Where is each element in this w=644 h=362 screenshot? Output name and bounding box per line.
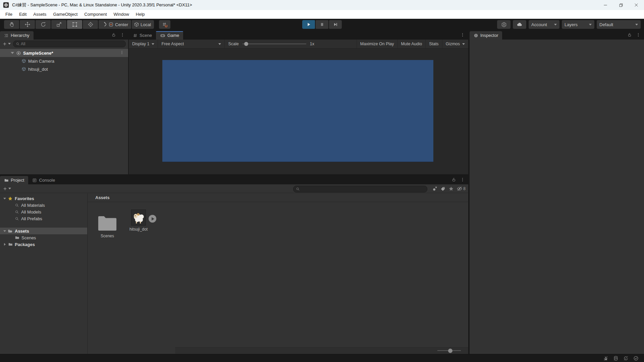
tab-game[interactable]: Game bbox=[156, 31, 183, 40]
project-create-button[interactable] bbox=[3, 186, 11, 191]
zoom-slider-knob[interactable] bbox=[448, 349, 452, 353]
tree-row-favorites[interactable]: Favorites bbox=[0, 195, 87, 202]
stats-toggle[interactable]: Stats bbox=[425, 40, 442, 48]
auto-refresh-disabled-icon[interactable] bbox=[622, 355, 630, 362]
tab-scene[interactable]: Scene bbox=[129, 31, 156, 40]
project-folder-tree: Favorites All Materials All Models bbox=[0, 193, 87, 354]
tree-row-scenes[interactable]: Scenes bbox=[0, 234, 87, 241]
tree-row-scene[interactable]: SampleScene* bbox=[0, 49, 128, 57]
chevron-down-icon bbox=[589, 24, 592, 25]
progress-check-icon[interactable] bbox=[632, 355, 640, 362]
unity-editor-window: C#練習 - SampleScene - PC, Mac & Linux Sta… bbox=[0, 0, 644, 362]
cache-server-disabled-icon[interactable] bbox=[612, 355, 620, 362]
pause-button[interactable] bbox=[316, 20, 328, 29]
tree-row-main-camera[interactable]: Main Camera bbox=[0, 57, 128, 65]
thumbnail-zoom-slider[interactable] bbox=[437, 350, 461, 351]
tab-hierarchy[interactable]: Hierarchy bbox=[0, 31, 34, 40]
console-icon bbox=[32, 178, 37, 183]
move-tool-button[interactable] bbox=[20, 20, 35, 29]
account-dropdown[interactable]: Account bbox=[529, 20, 559, 29]
transform-tool-button[interactable] bbox=[83, 20, 98, 29]
layout-dropdown[interactable]: Default bbox=[597, 20, 641, 29]
asset-item-scenes[interactable]: Scenes bbox=[96, 214, 118, 238]
kebab-menu-icon[interactable] bbox=[460, 177, 465, 182]
hand-tool-button[interactable] bbox=[4, 20, 19, 29]
tree-row-all-prefabs[interactable]: All Prefabs bbox=[0, 215, 87, 222]
tab-project[interactable]: Project bbox=[0, 176, 28, 184]
tree-row-all-models[interactable]: All Models bbox=[0, 208, 87, 215]
window-titlebar: C#練習 - SampleScene - PC, Mac & Linux Sta… bbox=[0, 0, 644, 10]
viewport-panel-tools bbox=[460, 30, 468, 40]
layers-dropdown[interactable]: Layers bbox=[562, 20, 594, 29]
menu-help[interactable]: Help bbox=[132, 10, 148, 19]
hierarchy-icon bbox=[4, 33, 9, 38]
tree-row-all-materials[interactable]: All Materials bbox=[0, 202, 87, 208]
grid-snap-button[interactable] bbox=[159, 20, 170, 29]
tab-console[interactable]: Console bbox=[28, 176, 59, 184]
foldout-closed-icon[interactable] bbox=[4, 243, 6, 246]
rotation-toggle-button[interactable]: Local bbox=[132, 20, 154, 29]
hierarchy-create-button[interactable] bbox=[2, 42, 11, 46]
menu-file[interactable]: File bbox=[2, 10, 16, 19]
minimize-button[interactable] bbox=[598, 0, 613, 10]
label-tag-icon[interactable] bbox=[440, 186, 446, 191]
expand-sprite-button[interactable] bbox=[149, 215, 156, 223]
lock-icon[interactable] bbox=[111, 33, 116, 37]
kebab-menu-icon[interactable] bbox=[460, 33, 465, 37]
lock-icon[interactable] bbox=[451, 177, 456, 182]
play-button[interactable] bbox=[302, 20, 315, 29]
project-asset-pane: Assets Scenes bbox=[88, 193, 468, 354]
scale-slider-knob[interactable] bbox=[244, 42, 248, 46]
kebab-menu-icon[interactable] bbox=[120, 50, 124, 55]
pivot-toggle-button[interactable]: Center bbox=[106, 20, 131, 29]
cloud-services-button[interactable] bbox=[513, 20, 526, 29]
grid-snap-icon bbox=[162, 22, 168, 27]
project-search-input[interactable] bbox=[301, 187, 425, 191]
display-dropdown[interactable]: Display 1 bbox=[129, 40, 158, 48]
scale-tool-button[interactable] bbox=[51, 20, 66, 29]
project-search-field[interactable] bbox=[293, 186, 427, 192]
rotate-tool-button[interactable] bbox=[36, 20, 51, 29]
lock-icon[interactable] bbox=[627, 33, 632, 37]
menu-component[interactable]: Component bbox=[81, 10, 110, 19]
foldout-open-icon[interactable] bbox=[11, 52, 14, 54]
menu-gameobject[interactable]: GameObject bbox=[50, 10, 81, 19]
rect-tool-button[interactable] bbox=[67, 20, 82, 29]
hierarchy-search-field[interactable] bbox=[13, 41, 126, 47]
gizmos-dropdown[interactable]: Gizmos bbox=[442, 40, 468, 48]
hierarchy-panel-tools bbox=[111, 30, 128, 40]
menu-window[interactable]: Window bbox=[110, 10, 132, 19]
menu-assets[interactable]: Assets bbox=[30, 10, 50, 19]
viewport-panel: Scene Game Display 1 Free Aspect bbox=[129, 30, 468, 174]
maximize-on-play-toggle[interactable]: Maximize On Play bbox=[357, 40, 397, 48]
hidden-packages-toggle[interactable]: 8 bbox=[457, 186, 466, 192]
transform-tool-group bbox=[4, 20, 114, 29]
cloud-icon bbox=[517, 21, 523, 27]
aspect-dropdown[interactable]: Free Aspect bbox=[158, 40, 224, 48]
mute-audio-toggle[interactable]: Mute Audio bbox=[397, 40, 426, 48]
close-button[interactable] bbox=[629, 0, 644, 10]
asset-item-hitsuji-dot[interactable]: hitsuji_dot bbox=[125, 209, 152, 232]
hierarchy-tree: SampleScene* Main Camera hitsuji_dot bbox=[0, 48, 128, 73]
kebab-menu-icon[interactable] bbox=[120, 33, 125, 37]
kebab-menu-icon[interactable] bbox=[636, 33, 641, 37]
game-camera-view[interactable] bbox=[162, 60, 433, 162]
tree-row-assets[interactable]: Assets bbox=[0, 228, 87, 234]
info-icon bbox=[474, 33, 478, 38]
foldout-open-icon[interactable] bbox=[3, 198, 6, 199]
folder-icon bbox=[4, 178, 9, 183]
scale-slider[interactable] bbox=[243, 44, 306, 44]
collab-button[interactable] bbox=[497, 20, 511, 29]
hierarchy-search-input[interactable] bbox=[21, 42, 123, 46]
chevron-down-icon bbox=[462, 43, 465, 45]
tab-inspector[interactable]: Inspector bbox=[470, 31, 502, 40]
tree-row-packages[interactable]: Packages bbox=[0, 241, 87, 248]
favorites-star-icon[interactable] bbox=[448, 186, 454, 191]
debugger-disabled-icon[interactable] bbox=[602, 355, 610, 362]
menu-edit[interactable]: Edit bbox=[16, 10, 30, 19]
step-button[interactable] bbox=[329, 20, 342, 29]
restore-button[interactable] bbox=[613, 0, 629, 10]
foldout-open-icon[interactable] bbox=[3, 230, 6, 232]
search-by-type-icon[interactable] bbox=[432, 186, 438, 191]
tree-row-hitsuji-dot[interactable]: hitsuji_dot bbox=[0, 65, 128, 73]
